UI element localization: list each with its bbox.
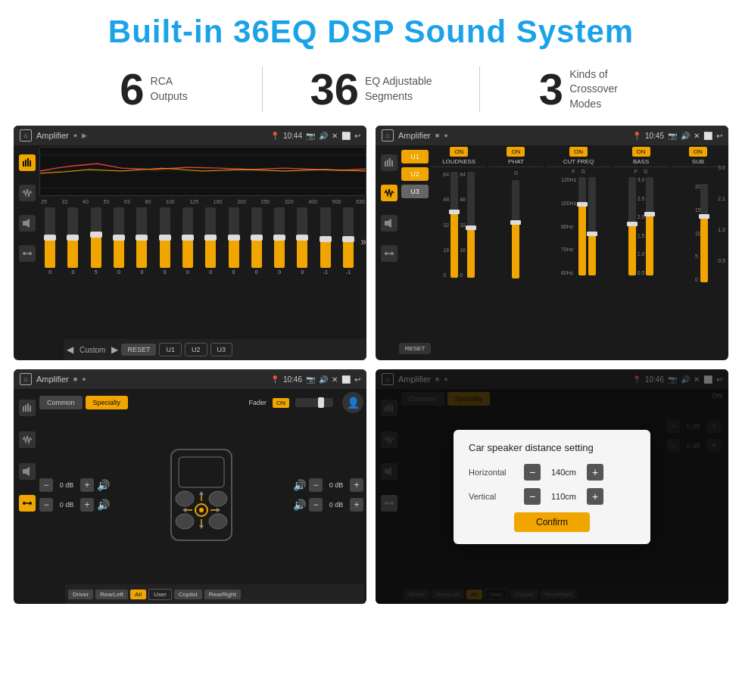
speaker-icon-1[interactable] bbox=[19, 215, 36, 232]
loudness-on[interactable]: ON bbox=[450, 147, 468, 157]
eq-slider-13[interactable]: -1 bbox=[338, 207, 359, 275]
db-plus-bl[interactable]: + bbox=[80, 498, 94, 512]
fader-on[interactable]: ON bbox=[273, 398, 289, 408]
eq-slider-5[interactable]: 0 bbox=[154, 207, 175, 275]
eq-sliders: 0 0 5 bbox=[39, 207, 366, 287]
nav-u1[interactable]: U1 bbox=[159, 343, 182, 356]
horizontal-val: 140cm bbox=[547, 468, 581, 477]
stats-row: 6 RCA Outputs 36 EQ Adjustable Segments … bbox=[0, 59, 742, 126]
sub-slider[interactable] bbox=[700, 184, 708, 282]
screen3-main: Common Specialty Fader ON 👤 − 0 d bbox=[39, 392, 363, 604]
vertical-plus[interactable]: + bbox=[587, 488, 603, 505]
bass-slider1[interactable] bbox=[628, 177, 636, 275]
db-minus-bl[interactable]: − bbox=[39, 498, 53, 512]
cutfreq-on[interactable]: ON bbox=[569, 147, 588, 157]
btn-rearright[interactable]: RearRight bbox=[204, 590, 241, 599]
stat-rca-text: RCA Outputs bbox=[151, 74, 188, 104]
btn-all[interactable]: All bbox=[130, 590, 146, 599]
screen1-back-icon: ↩ bbox=[354, 132, 360, 140]
eq-slider-2[interactable]: 5 bbox=[86, 207, 107, 275]
cutfreq-slider1[interactable] bbox=[578, 177, 586, 275]
waveform-icon[interactable] bbox=[19, 185, 36, 201]
crossover-main: U1 U2 U3 RESET ON LOUDNESS 644832160 bbox=[401, 147, 725, 357]
home-icon-3[interactable]: ⌂ bbox=[20, 373, 32, 385]
eq-slider-12[interactable]: -1 bbox=[315, 207, 336, 275]
sp-icon-3[interactable] bbox=[19, 463, 36, 480]
loudness-slider-2[interactable] bbox=[467, 172, 475, 278]
vertical-minus[interactable]: − bbox=[524, 488, 541, 505]
svg-marker-46 bbox=[217, 508, 220, 512]
eq-slider-8[interactable]: 0 bbox=[223, 207, 244, 275]
crossfade-icon-2[interactable] bbox=[381, 245, 398, 262]
home-icon[interactable]: ⌂ bbox=[20, 129, 32, 142]
fader-slider[interactable] bbox=[295, 398, 333, 407]
more-icon[interactable]: » bbox=[360, 235, 366, 248]
crossfade-icon[interactable] bbox=[19, 245, 36, 262]
screen3-time: 10:46 bbox=[283, 375, 302, 384]
db-plus-tl[interactable]: + bbox=[80, 478, 94, 492]
screen2-x: ✕ bbox=[694, 132, 700, 140]
confirm-button[interactable]: Confirm bbox=[514, 512, 590, 532]
eq-slider-0[interactable]: 0 bbox=[39, 207, 61, 275]
screen3-topbar: ⌂ Amplifier ■ ● 📍 10:46 📷 🔊 ✕ ⬜ ↩ bbox=[14, 369, 366, 389]
btn-copilot[interactable]: Copilot bbox=[174, 590, 202, 599]
eq-slider-9[interactable]: 0 bbox=[246, 207, 267, 275]
screen3-content: Common Specialty Fader ON 👤 − 0 d bbox=[14, 389, 366, 604]
eq-slider-3[interactable]: 0 bbox=[108, 207, 129, 275]
sub-on[interactable]: ON bbox=[689, 147, 707, 157]
phat-slider[interactable] bbox=[512, 180, 519, 278]
db-minus-br[interactable]: − bbox=[309, 498, 323, 512]
nav-u3[interactable]: U3 bbox=[210, 343, 233, 356]
bass-on[interactable]: ON bbox=[632, 147, 650, 157]
screen2-location: 📍 bbox=[632, 132, 641, 140]
db-minus-tl[interactable]: − bbox=[39, 478, 53, 492]
nav-next[interactable]: ▶ bbox=[111, 344, 118, 355]
preset-u2[interactable]: U2 bbox=[401, 167, 429, 181]
eq-slider-1[interactable]: 0 bbox=[62, 207, 83, 275]
cutfreq-slider2[interactable] bbox=[588, 177, 596, 275]
eq-slider-10[interactable]: 0 bbox=[269, 207, 290, 275]
person-icon[interactable]: 👤 bbox=[342, 392, 363, 413]
svg-rect-23 bbox=[25, 405, 26, 412]
btn-rearleft[interactable]: RearLeft bbox=[95, 590, 128, 599]
loudness-slider[interactable] bbox=[450, 172, 458, 278]
phat-on[interactable]: ON bbox=[507, 147, 525, 157]
eq-icon-2[interactable] bbox=[381, 154, 398, 171]
cross-icon-3[interactable] bbox=[19, 495, 36, 512]
waveform-icon-2[interactable] bbox=[381, 185, 398, 201]
eq-icon[interactable] bbox=[19, 154, 36, 171]
screen3-topbar-left: ⌂ Amplifier ■ ● bbox=[20, 373, 86, 385]
eq-slider-4[interactable]: 0 bbox=[131, 207, 152, 275]
screen-crossover: ⌂ Amplifier ■ ● 📍 10:45 📷 🔊 ✕ ⬜ ↩ bbox=[376, 126, 728, 360]
nav-u2[interactable]: U2 bbox=[185, 343, 207, 356]
horizontal-plus[interactable]: + bbox=[587, 464, 603, 481]
btn-driver[interactable]: Driver bbox=[68, 590, 93, 599]
nav-custom: Custom bbox=[76, 346, 108, 354]
svg-marker-27 bbox=[26, 467, 30, 476]
reset-btn[interactable]: RESET bbox=[399, 343, 432, 354]
nav-prev[interactable]: ◀ bbox=[67, 344, 73, 355]
tab-common[interactable]: Common bbox=[39, 396, 83, 409]
page-title: Built-in 36EQ DSP Sound System bbox=[15, 14, 727, 50]
svg-marker-18 bbox=[388, 219, 391, 228]
eq-slider-7[interactable]: 0 bbox=[200, 207, 221, 275]
db-plus-br[interactable]: + bbox=[350, 498, 363, 512]
screen2-cam: 📷 bbox=[668, 132, 677, 140]
eq-slider-6[interactable]: 0 bbox=[177, 207, 198, 275]
wave-icon-3[interactable] bbox=[19, 431, 36, 448]
speaker-icon-2[interactable] bbox=[381, 215, 398, 232]
db-minus-tr[interactable]: − bbox=[309, 478, 323, 492]
db-val-bl: 0 dB bbox=[56, 501, 77, 509]
preset-u3[interactable]: U3 bbox=[401, 185, 429, 198]
bass-slider2[interactable] bbox=[646, 177, 653, 275]
screen3-bottom-bar: Driver RearLeft All User Copilot RearRig… bbox=[65, 584, 363, 604]
db-plus-tr[interactable]: + bbox=[350, 478, 363, 492]
tab-specialty[interactable]: Specialty bbox=[86, 396, 129, 409]
eq-slider-11[interactable]: 0 bbox=[292, 207, 313, 275]
btn-user[interactable]: User bbox=[148, 589, 172, 600]
nav-reset[interactable]: RESET bbox=[121, 344, 156, 356]
home-icon-2[interactable]: ⌂ bbox=[382, 129, 394, 142]
eq-icon-3[interactable] bbox=[19, 400, 36, 416]
preset-u1[interactable]: U1 bbox=[401, 150, 429, 163]
horizontal-minus[interactable]: − bbox=[524, 464, 541, 481]
